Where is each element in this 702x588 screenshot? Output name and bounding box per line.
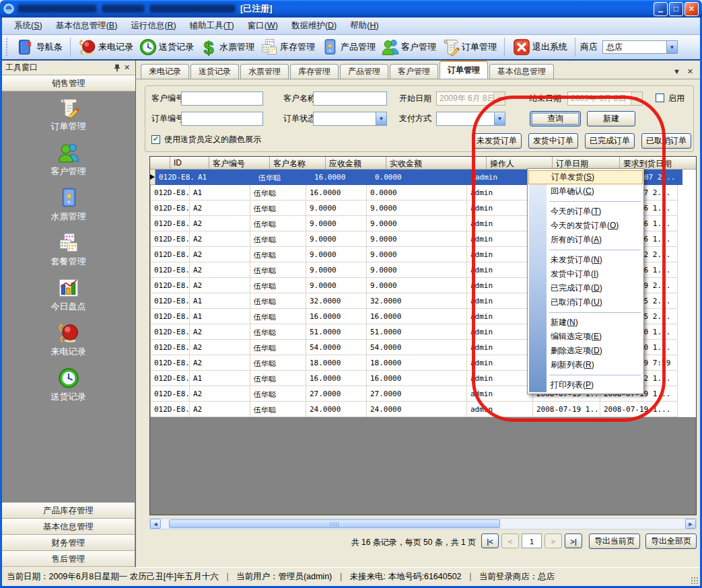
export-current-page-button[interactable]: 导出当前页 [589,534,640,549]
column-header-0[interactable]: ID [170,157,209,170]
color-display-checkbox[interactable] [151,135,160,144]
new-button[interactable]: 新建 [587,111,635,126]
tab-product[interactable]: 产品管理 [340,64,388,79]
last-page-button[interactable]: >| [565,534,582,548]
context-menu-item-14[interactable]: 删除选定项(D) [528,344,643,358]
context-menu-item-7[interactable]: 未发货订单(N) [528,253,643,267]
query-button[interactable]: 查询 [530,111,581,126]
sidebar-section-2[interactable]: 财务管理 [2,535,135,551]
next-page-button[interactable]: > [545,534,562,548]
context-menu-item-0[interactable]: 订单发货(S) [528,170,643,184]
context-menu-item-8[interactable]: 发货中订单(I) [528,267,643,281]
start-date-picker[interactable]: 2009年 6月 8日 ▼ [436,91,505,106]
context-menu-item-1[interactable]: 回单确认(C) [528,184,643,198]
scroll-right-icon[interactable]: ► [685,519,696,529]
sidebar-section-0[interactable]: 产品库存管理 [2,503,135,519]
scrollbar-thumb[interactable] [169,519,500,528]
tab-basic-info[interactable]: 基本信息管理 [489,64,554,79]
toolbar-customer-button[interactable]: 客户管理 [378,36,439,58]
column-header-3[interactable]: 应收金额 [326,157,386,170]
sidebar-item-today-check[interactable]: 今日盘点 [51,277,86,313]
order-status-select[interactable]: ▼ [313,112,387,126]
toolbar-navigator-button[interactable]: 导航条 [13,36,65,58]
toolbar-grip-handle[interactable] [6,38,9,56]
tab-inventory[interactable]: 库存管理 [290,64,339,79]
tab-close-icon[interactable]: ✕ [687,67,693,76]
export-all-pages-button[interactable]: 导出全部页 [645,534,697,549]
table-cell: 27.0000 [367,386,467,402]
sidebar-section-1[interactable]: 基本信息管理 [2,519,135,535]
sidebar-section-3[interactable]: 售后管理 [2,551,135,567]
store-select[interactable]: 总店 ▼ [602,40,678,54]
tab-delivery-record[interactable]: 送货记录 [190,64,239,79]
toolbar-order-button[interactable]: 订单管理 [439,36,499,58]
context-menu-item-13[interactable]: 编辑选定项(E) [528,330,643,344]
tab-customer[interactable]: 客户管理 [390,64,438,79]
table-cell: 伍华聪 [250,185,306,200]
page-number-box[interactable]: 1 [522,534,542,548]
menubar-item-4[interactable]: 窗口(W) [241,17,285,34]
context-menu-item-5[interactable]: 所有的订单(A) [528,233,643,247]
title-bar: [已注册] [0,0,702,17]
customer-name-input[interactable] [313,91,387,106]
order-no-input[interactable] [181,112,263,126]
row-selector-cell[interactable] [150,170,155,185]
toolbar-water-ticket-button[interactable]: $水票管理 [197,36,257,58]
tab-list-dropdown-icon[interactable]: ▼ [673,67,680,76]
menubar-item-5[interactable]: 数据维护(D) [285,17,343,34]
sidebar-item-order[interactable]: 订单管理 [51,96,86,133]
sidebar-item-delivery-record[interactable]: 送货记录 [51,367,86,403]
context-menu-item-4[interactable]: 今天的发货订单(O) [528,219,643,233]
tab-order[interactable]: 订单管理 [440,61,488,79]
menubar-item-1[interactable]: 基本信息管理(B) [49,17,125,34]
sidebar-item-incoming-call[interactable]: 来电记录 [51,322,86,358]
menubar-item-2[interactable]: 运行信息(R) [124,17,182,34]
toolbar-delivery-record-button[interactable]: 送货记录 [136,36,197,58]
context-menu-item-9[interactable]: 已完成订单(D) [528,281,643,295]
column-header-2[interactable]: 客户名称 [270,157,326,170]
sidebar-item-package[interactable]: 套餐管理 [51,231,86,268]
toolbar-exit-button[interactable]: 退出系统 [510,36,570,58]
resize-grip[interactable] [690,576,699,585]
sidebar-item-water-ticket[interactable]: 水票管理 [51,186,86,223]
table-cell: 012D-E8... [151,185,190,200]
status-filter-button-1[interactable]: 发货中订单 [528,133,578,149]
chevron-down-icon[interactable]: ▼ [666,41,677,53]
close-icon[interactable]: ✕ [122,63,132,73]
maximize-button[interactable] [669,2,683,16]
tab-incoming-call[interactable]: 来电记录 [141,64,189,79]
enable-checkbox[interactable] [656,94,664,102]
toolbar-incoming-call-button[interactable]: 来电记录 [75,36,136,58]
scroll-left-icon[interactable]: ◄ [150,519,161,529]
sidebar-item-customer[interactable]: 客户管理 [51,141,86,178]
status-filter-button-3[interactable]: 已取消订单 [641,133,691,149]
first-page-button[interactable]: |< [481,534,499,548]
pay-method-select[interactable]: ▼ [436,112,505,126]
column-header-4[interactable]: 实收金额 [386,157,487,170]
context-menu-item-17[interactable]: 打印列表(P) [528,378,643,392]
prev-page-button[interactable]: < [501,534,519,548]
status-filter-button-0[interactable]: 未发货订单 [472,133,522,149]
menubar-item-6[interactable]: 帮助(H) [343,17,385,34]
toolbar-product-button[interactable]: 产品管理 [318,36,378,58]
table-row[interactable]: 012D-E8...A2伍华聪24.000024.0000admin2008-0… [150,402,696,417]
customer-no-input[interactable] [181,91,263,106]
context-menu-item-10[interactable]: 已取消订单(U) [528,295,643,309]
horizontal-scrollbar[interactable]: ◄ ► [149,518,697,529]
close-button[interactable] [685,2,699,16]
context-menu-item-12[interactable]: 新建(N) [528,316,643,330]
end-date-picker[interactable]: 2009年 6月 8日 ▼ [567,91,643,106]
pin-icon[interactable] [112,63,122,73]
menubar-item-3[interactable]: 辅助工具(T) [183,17,241,34]
sidebar-section-sales[interactable]: 销售管理 [2,75,135,91]
status-filter-button-2[interactable]: 已完成订单 [585,133,635,149]
menubar-item-0[interactable]: 系统(S) [7,17,49,34]
table-cell: A2 [190,340,250,355]
tab-water-ticket[interactable]: 水票管理 [240,64,289,79]
context-menu-item-15[interactable]: 刷新列表(R) [528,358,643,372]
column-header-1[interactable]: 客户编号 [209,157,270,170]
toolbar-inventory-button[interactable]: 库存管理 [257,36,318,58]
context-menu-item-3[interactable]: 今天的订单(T) [528,205,643,219]
minimize-button[interactable] [654,2,668,16]
table-cell: 16.0000 [367,309,467,324]
